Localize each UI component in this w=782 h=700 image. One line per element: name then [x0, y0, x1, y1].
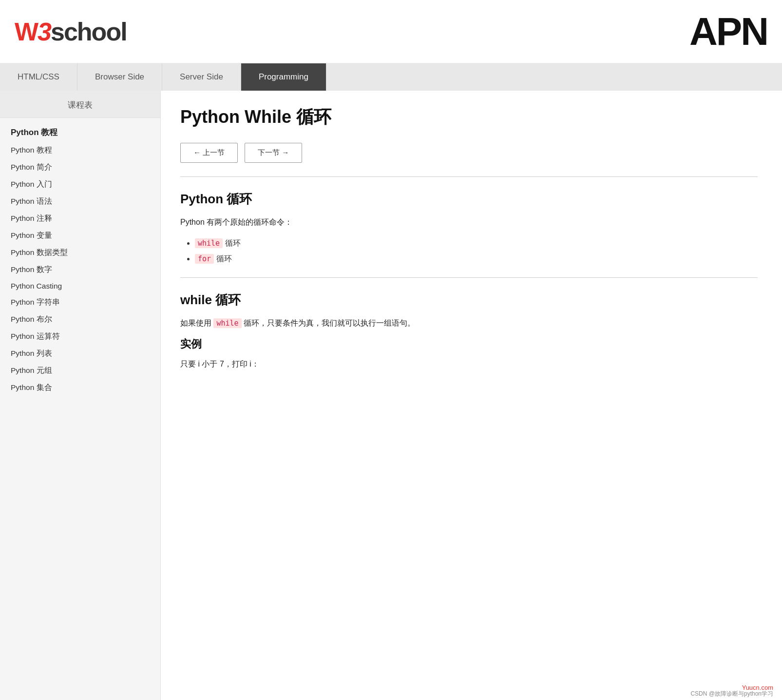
- logo-school: school: [51, 18, 127, 46]
- nav-browser-side[interactable]: Browser Side: [77, 63, 162, 91]
- sidebar-item-python-datatypes[interactable]: Python 数据类型: [0, 244, 160, 261]
- while-code: while: [195, 238, 223, 248]
- sidebar-item-python-casting[interactable]: Python Casting: [0, 278, 160, 294]
- sidebar-item-python-tuples[interactable]: Python 元组: [0, 362, 160, 379]
- sidebar-item-python-tutorial[interactable]: Python 教程: [0, 142, 160, 159]
- sidebar-title: 课程表: [0, 91, 160, 118]
- sidebar-item-python-booleans[interactable]: Python 布尔: [0, 311, 160, 328]
- watermark2: CSDN @故障诊断与python学习: [690, 690, 773, 698]
- sidebar-item-python-numbers[interactable]: Python 数字: [0, 261, 160, 278]
- sidebar-section-header: Python 教程: [0, 118, 160, 142]
- sidebar-item-python-operators[interactable]: Python 运算符: [0, 328, 160, 345]
- page-title: Python While 循环: [180, 105, 758, 129]
- loop-while-item: while 循环: [195, 235, 758, 251]
- nav-buttons: ← 上一节 下一节 →: [180, 143, 758, 163]
- sidebar: 课程表 Python 教程 Python 教程 Python 简介 Python…: [0, 91, 161, 700]
- nav-server-side[interactable]: Server Side: [162, 63, 241, 91]
- ad-banner: APN: [689, 9, 767, 54]
- main-content: Python While 循环 ← 上一节 下一节 → Python 循环 Py…: [161, 91, 782, 700]
- sidebar-item-python-start[interactable]: Python 入门: [0, 176, 160, 193]
- loop-list: while 循环 for 循环: [195, 235, 758, 267]
- section3-subtext: 只要 i 小于 7，打印 i：: [180, 357, 758, 370]
- while-inline-code: while: [213, 318, 241, 328]
- nav-html-css[interactable]: HTML/CSS: [0, 63, 77, 91]
- sidebar-item-python-comments[interactable]: Python 注释: [0, 210, 160, 227]
- main-layout: 课程表 Python 教程 Python 教程 Python 简介 Python…: [0, 91, 782, 700]
- section1-heading: Python 循环: [180, 191, 758, 208]
- sidebar-item-python-lists[interactable]: Python 列表: [0, 345, 160, 362]
- section2-heading: while 循环: [180, 292, 758, 309]
- sidebar-item-python-sets[interactable]: Python 集合: [0, 379, 160, 396]
- navbar: HTML/CSS Browser Side Server Side Progra…: [0, 63, 782, 91]
- sidebar-item-python-intro[interactable]: Python 简介: [0, 159, 160, 176]
- prev-button[interactable]: ← 上一节: [180, 143, 238, 163]
- sidebar-item-python-strings[interactable]: Python 字符串: [0, 294, 160, 311]
- sidebar-item-python-variables[interactable]: Python 变量: [0, 227, 160, 244]
- loop-for-item: for 循环: [195, 251, 758, 267]
- next-button[interactable]: 下一节 →: [245, 143, 302, 163]
- section1-intro: Python 有两个原始的循环命令：: [180, 215, 758, 229]
- header: W3school APN: [0, 0, 782, 63]
- logo[interactable]: W3school: [15, 17, 127, 46]
- section3-heading: 实例: [180, 337, 758, 351]
- while-text: 循环: [225, 239, 241, 247]
- divider-2: [180, 277, 758, 278]
- divider-1: [180, 176, 758, 177]
- logo-w3-red: W3: [15, 18, 51, 46]
- sidebar-item-python-syntax[interactable]: Python 语法: [0, 193, 160, 210]
- section2-text: 如果使用 while 循环，只要条件为真，我们就可以执行一组语句。: [180, 316, 758, 330]
- nav-programming[interactable]: Programming: [241, 63, 326, 91]
- for-code: for: [195, 254, 214, 264]
- for-text: 循环: [216, 254, 232, 263]
